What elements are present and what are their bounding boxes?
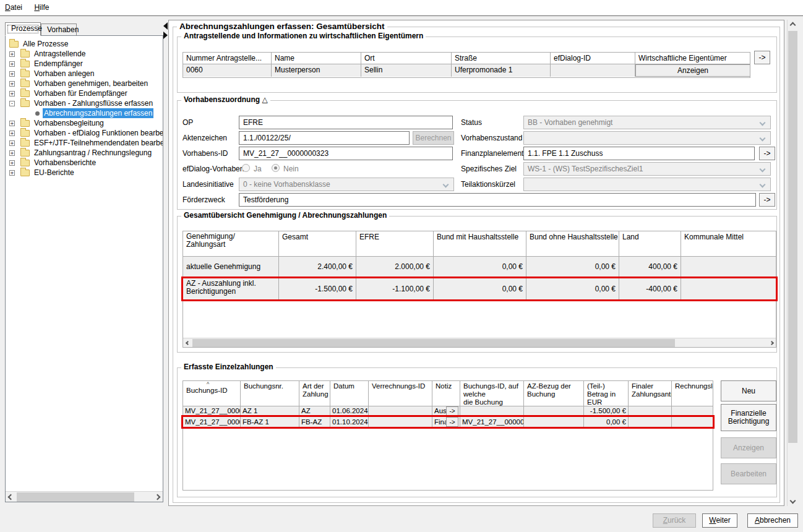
payment-row-fb-az[interactable]: MV_21_27__000000 FB-AZ 1 FB-AZ 01.10.202… <box>183 416 713 427</box>
column-header[interactable]: Finaler Zahlungsantrag <box>629 381 672 406</box>
expand-icon[interactable]: + <box>9 121 15 126</box>
column-header[interactable]: Notiz <box>432 381 460 406</box>
weiter-button[interactable]: Weiter <box>702 513 737 528</box>
efdialog-nein-radio[interactable] <box>272 164 280 172</box>
tree-hscroll-thumb[interactable] <box>17 492 134 502</box>
finanzplanelement-field[interactable]: 1.1. FPE 1.1 Zuschuss <box>523 147 755 160</box>
scroll-down-icon[interactable] <box>788 496 797 506</box>
tree-item-vorhabensbegleitung[interactable]: + Vorhabensbegleitung <box>6 118 163 128</box>
column-header[interactable]: Art der Zahlung <box>299 381 330 406</box>
spezifisches-ziel-select[interactable]: WS-1 - (WS) TestSpezifischesZiel1 <box>523 162 771 176</box>
tree-item-zahlungsfluesse[interactable]: - Vorhaben - Zahlungsflüsse erfassen <box>6 98 163 108</box>
overview-hscroll-thumb[interactable] <box>192 339 675 347</box>
zurueck-button[interactable]: Zurück <box>653 513 696 528</box>
scroll-right-icon[interactable] <box>767 338 776 347</box>
finanzielle-berichtigung-button[interactable]: Finanzielle Berichtigung <box>721 404 776 431</box>
column-header[interactable]: Straße <box>452 53 551 64</box>
column-header[interactable]: Wirtschaftliche Eigentümer <box>635 53 750 64</box>
vorhabenszustand-select[interactable] <box>523 131 771 145</box>
berechnen-button[interactable]: Berechnen <box>413 131 454 145</box>
column-header[interactable]: efDialog-ID <box>551 53 635 64</box>
op-field[interactable]: EFRE <box>239 116 453 129</box>
column-header[interactable]: Genehmigung/ Zahlungsart <box>183 231 279 256</box>
tree-item-alle-prozesse[interactable]: Alle Prozesse <box>6 39 163 49</box>
expand-icon[interactable]: + <box>9 160 15 166</box>
expand-icon[interactable]: + <box>9 150 15 156</box>
tree-item-vorhaben-endempfaenger[interactable]: + Vorhaben für Endempfänger <box>6 88 163 98</box>
expand-icon[interactable]: + <box>9 81 15 87</box>
splitter-collapse-left-icon[interactable] <box>163 22 168 30</box>
anzeigen-button[interactable]: Anzeigen <box>721 437 776 458</box>
collapse-icon[interactable]: - <box>9 101 15 106</box>
scroll-right-icon[interactable] <box>152 492 163 502</box>
overview-row-auszahlung[interactable]: AZ - Auszahlung inkl. Berichtigungen -1.… <box>183 278 776 300</box>
status-select[interactable]: BB - Vorhaben genehmigt <box>523 116 771 129</box>
expand-icon[interactable]: + <box>9 140 15 146</box>
overview-group: Gesamtübersicht Genehmigung / Abrechnung… <box>177 216 777 353</box>
abbrechen-button[interactable]: Abbrechen <box>747 513 798 528</box>
applicants-goto-button[interactable]: -> <box>754 51 770 64</box>
vorhabens-id-field[interactable]: MV_21_27__0000000323 <box>239 147 453 160</box>
column-header[interactable]: Nummer Antragstelle... <box>183 53 272 64</box>
tree-hscrollbar[interactable] <box>6 491 163 502</box>
column-header[interactable]: Land <box>619 231 681 256</box>
expand-icon[interactable]: + <box>9 131 15 136</box>
bearbeiten-button[interactable]: Bearbeiten <box>721 463 776 484</box>
column-header[interactable]: Bund mit Haushaltsstelle <box>434 231 526 256</box>
column-header[interactable]: ^ Buchungs-ID <box>183 381 241 406</box>
landesinitiative-select[interactable]: 0 - keine Vorhabensklasse <box>239 178 454 191</box>
tree-item-vorhabensberichte[interactable]: + Vorhabensberichte <box>6 158 163 168</box>
column-header[interactable]: Name <box>272 53 361 64</box>
column-header[interactable]: Rechnungslegung <box>672 381 713 406</box>
finanzplanelement-goto-button[interactable]: -> <box>759 147 775 160</box>
tree-item-vorhaben-anlegen[interactable]: + Vorhaben anlegen <box>6 69 163 79</box>
menu-hilfe[interactable]: Hilfe <box>29 0 54 14</box>
column-header[interactable]: Buchungsnr. <box>241 381 299 406</box>
column-header[interactable]: Verrechnungs-ID <box>369 381 432 406</box>
notiz-goto-button[interactable]: -> <box>446 417 458 427</box>
column-header[interactable]: (Teil-) Betrag in EUR <box>584 381 629 406</box>
column-header[interactable]: Datum <box>330 381 369 406</box>
tree-item-eu-berichte[interactable]: + EU-Berichte <box>6 168 163 178</box>
foerderzweck-field[interactable]: Testförderung <box>239 193 756 207</box>
expand-icon[interactable]: + <box>9 61 15 67</box>
menu-datei[interactable]: Datei <box>0 0 27 14</box>
tree-item-antragstellende[interactable]: + Antragstellende <box>6 49 163 59</box>
tree-item-endempfaenger[interactable]: + Endempfänger <box>6 59 163 69</box>
main-vscrollbar[interactable] <box>787 20 797 506</box>
neu-button[interactable]: Neu <box>721 380 776 401</box>
tree-item-zahlungsantrag[interactable]: + Zahlungsantrag / Rechnungslegung <box>6 148 163 158</box>
tree-item-efdialog-funktionen[interactable]: + Vorhaben - efDialog Funktionen bearbei… <box>6 128 163 138</box>
efdialog-ja-radio[interactable] <box>242 164 250 172</box>
tab-vorhaben[interactable]: Vorhaben <box>41 24 77 36</box>
tree-item-esf-jtf-daten[interactable]: + ESF+/JTF-Teilnehmendendaten bearbeiten <box>6 138 163 148</box>
payment-row-az[interactable]: MV_21_27__000000 AZ 1 AZ 01.06.2024 Aus … <box>183 406 713 416</box>
expand-icon[interactable]: + <box>9 91 15 97</box>
tree-item-abrechnungszahlungen[interactable]: Abrechnungszahlungen erfassen <box>6 108 163 118</box>
tree-item-vorhaben-genehmigen[interactable]: + Vorhaben genehmigen, bearbeiten <box>6 79 163 88</box>
splitter-expand-right-icon[interactable] <box>163 32 168 39</box>
column-header[interactable]: Gesamt <box>279 231 356 256</box>
column-header[interactable]: Ort <box>361 53 452 64</box>
column-header[interactable]: AZ-Bezug der Buchung <box>524 381 584 406</box>
foerderzweck-goto-button[interactable]: -> <box>759 193 775 207</box>
overview-hscrollbar[interactable] <box>183 338 776 347</box>
scroll-up-icon[interactable] <box>788 20 797 30</box>
main-vscroll-thumb[interactable] <box>788 31 797 443</box>
scroll-left-icon[interactable] <box>6 492 16 502</box>
column-header[interactable]: Buchungs-ID, auf welche die Buchung <box>460 381 524 406</box>
column-header[interactable]: Bund ohne Haushaltsstelle <box>526 231 619 256</box>
show-owners-button[interactable]: Anzeigen <box>635 64 750 77</box>
scroll-left-icon[interactable] <box>183 338 192 347</box>
notiz-goto-button[interactable]: -> <box>446 406 458 416</box>
tab-prozesse[interactable]: Prozesse <box>5 22 41 36</box>
aktenzeichen-field[interactable]: 1.1./00122/25/ <box>239 131 410 145</box>
expand-icon[interactable]: + <box>9 71 15 77</box>
teilaktionskuerzel-select[interactable] <box>523 178 771 191</box>
expand-icon[interactable]: + <box>9 170 15 176</box>
column-header[interactable]: EFRE <box>356 231 434 256</box>
expand-icon[interactable]: + <box>9 51 15 57</box>
overview-row-genehmigung[interactable]: aktuelle Genehmigung 2.400,00 € 2.000,00… <box>183 256 776 278</box>
column-header[interactable]: Kommunale Mittel <box>681 231 776 256</box>
applicant-row[interactable]: 0060 Musterperson Sellin Uferpromonade 1… <box>183 64 750 77</box>
